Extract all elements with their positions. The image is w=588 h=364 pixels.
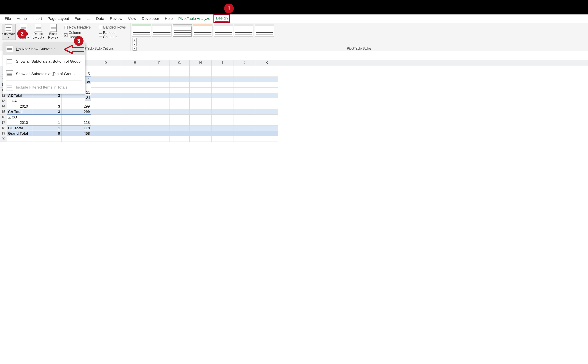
cell[interactable]	[212, 120, 234, 125]
cell[interactable]	[91, 93, 120, 98]
cell[interactable]	[120, 131, 150, 136]
cell[interactable]: 2	[33, 93, 61, 98]
cell[interactable]	[189, 93, 212, 98]
cell[interactable]	[170, 93, 189, 98]
tab-review[interactable]: Review	[107, 15, 125, 22]
cell[interactable]	[170, 88, 189, 93]
cell[interactable]	[189, 125, 212, 131]
cell[interactable]	[212, 109, 234, 115]
cell[interactable]	[189, 77, 212, 82]
cell[interactable]	[212, 125, 234, 131]
col-header-E[interactable]: E	[120, 60, 150, 66]
cell[interactable]: CA Total	[7, 109, 33, 115]
cell[interactable]	[150, 104, 170, 109]
cell[interactable]	[170, 98, 189, 104]
cell[interactable]	[256, 77, 278, 82]
cell[interactable]	[256, 93, 278, 98]
row-header[interactable]: 12	[0, 93, 7, 98]
cell[interactable]	[91, 71, 120, 77]
cell[interactable]	[234, 136, 256, 142]
cell[interactable]	[33, 98, 61, 104]
cell[interactable]: AZ Total	[7, 93, 33, 98]
tab-insert[interactable]: Insert	[30, 15, 45, 22]
cell[interactable]	[150, 88, 170, 93]
cell[interactable]	[234, 98, 256, 104]
cell[interactable]: 458	[61, 131, 91, 136]
cell[interactable]	[120, 120, 150, 125]
cell[interactable]	[256, 125, 278, 131]
cell[interactable]	[189, 120, 212, 125]
cell[interactable]	[212, 88, 234, 93]
cell[interactable]	[120, 136, 150, 142]
col-header-H[interactable]: H	[189, 60, 212, 66]
subtotals-bottom-item[interactable]: Show all Subtotals at Bottom of Group	[3, 55, 85, 68]
cell[interactable]	[91, 77, 120, 82]
cell[interactable]	[150, 109, 170, 115]
cell[interactable]	[256, 71, 278, 77]
pivottable-style-swatch[interactable]	[173, 24, 192, 37]
cell[interactable]	[170, 136, 189, 142]
pivottable-style-swatch[interactable]	[132, 24, 151, 37]
cell[interactable]	[33, 115, 61, 120]
row-header[interactable]: 18	[0, 125, 7, 131]
cell[interactable]	[170, 71, 189, 77]
cell[interactable]: 1	[33, 120, 61, 125]
cell[interactable]: 2010	[7, 120, 33, 125]
cell[interactable]	[120, 115, 150, 120]
subtotals-button[interactable]: Subtotals ▾	[2, 24, 16, 40]
cell[interactable]	[120, 98, 150, 104]
cell[interactable]	[189, 131, 212, 136]
cell[interactable]	[170, 125, 189, 131]
cell[interactable]	[120, 77, 150, 82]
tab-formulas[interactable]: Formulas	[72, 15, 93, 22]
cell[interactable]	[120, 104, 150, 109]
row-header[interactable]: 16	[0, 115, 7, 120]
cell[interactable]	[234, 93, 256, 98]
cell[interactable]	[234, 109, 256, 115]
cell[interactable]: 299	[61, 104, 91, 109]
cell[interactable]	[150, 120, 170, 125]
cell[interactable]	[120, 66, 150, 71]
cell[interactable]: 9	[33, 131, 61, 136]
col-header-J[interactable]: J	[234, 60, 256, 66]
cell[interactable]: CO Total	[7, 125, 33, 131]
cell[interactable]	[120, 71, 150, 77]
cell[interactable]	[170, 104, 189, 109]
cell[interactable]	[150, 115, 170, 120]
pivottable-style-swatch[interactable]	[234, 24, 254, 37]
cell[interactable]	[91, 115, 120, 120]
cell[interactable]	[234, 115, 256, 120]
cell[interactable]	[91, 66, 120, 71]
styles-scroll-up[interactable]: ▴	[132, 38, 137, 42]
cell[interactable]	[256, 98, 278, 104]
cell[interactable]	[234, 120, 256, 125]
cell[interactable]	[234, 125, 256, 131]
cell[interactable]	[189, 109, 212, 115]
cell[interactable]	[256, 131, 278, 136]
cell[interactable]	[170, 77, 189, 82]
cell[interactable]	[91, 98, 120, 104]
tab-design[interactable]: Design	[215, 16, 229, 22]
cell[interactable]	[150, 77, 170, 82]
cell[interactable]	[189, 115, 212, 120]
pivottable-style-swatch[interactable]	[152, 24, 171, 37]
cell[interactable]	[256, 136, 278, 142]
cell[interactable]	[212, 82, 234, 88]
cell[interactable]: −CO	[7, 115, 33, 120]
cell[interactable]	[212, 98, 234, 104]
cell[interactable]	[189, 82, 212, 88]
cell[interactable]	[91, 125, 120, 131]
tab-view[interactable]: View	[125, 15, 139, 22]
row-header[interactable]: 19	[0, 131, 7, 136]
cell[interactable]	[120, 88, 150, 93]
tab-pivottable-analyze[interactable]: PivotTable Analyze	[176, 15, 213, 22]
cell[interactable]: 2010	[7, 104, 33, 109]
cell[interactable]	[189, 98, 212, 104]
cell[interactable]	[33, 136, 61, 142]
cell[interactable]	[234, 82, 256, 88]
subtotals-top-item[interactable]: Show all Subtotals at Top of Group	[3, 68, 85, 80]
col-header-K[interactable]: K	[256, 60, 278, 66]
cell[interactable]	[212, 71, 234, 77]
cell[interactable]	[91, 88, 120, 93]
cell[interactable]	[91, 82, 120, 88]
